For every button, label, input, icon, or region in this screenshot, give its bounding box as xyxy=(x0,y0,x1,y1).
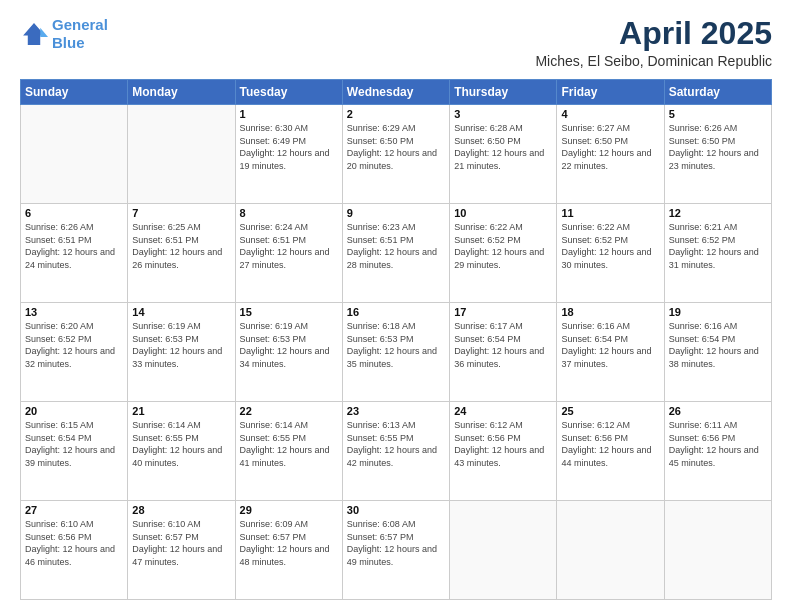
day-info: Sunrise: 6:29 AMSunset: 6:50 PMDaylight:… xyxy=(347,122,445,172)
svg-marker-1 xyxy=(40,28,48,37)
calendar-week-row: 1Sunrise: 6:30 AMSunset: 6:49 PMDaylight… xyxy=(21,105,772,204)
calendar-cell: 23Sunrise: 6:13 AMSunset: 6:55 PMDayligh… xyxy=(342,402,449,501)
calendar-cell: 15Sunrise: 6:19 AMSunset: 6:53 PMDayligh… xyxy=(235,303,342,402)
calendar-cell: 28Sunrise: 6:10 AMSunset: 6:57 PMDayligh… xyxy=(128,501,235,600)
calendar-day-header: Friday xyxy=(557,80,664,105)
calendar-cell: 17Sunrise: 6:17 AMSunset: 6:54 PMDayligh… xyxy=(450,303,557,402)
calendar-cell: 24Sunrise: 6:12 AMSunset: 6:56 PMDayligh… xyxy=(450,402,557,501)
day-number: 26 xyxy=(669,405,767,417)
calendar-day-header: Saturday xyxy=(664,80,771,105)
page: General Blue April 2025 Miches, El Seibo… xyxy=(0,0,792,612)
day-info: Sunrise: 6:18 AMSunset: 6:53 PMDaylight:… xyxy=(347,320,445,370)
day-number: 24 xyxy=(454,405,552,417)
calendar-week-row: 6Sunrise: 6:26 AMSunset: 6:51 PMDaylight… xyxy=(21,204,772,303)
calendar-cell: 5Sunrise: 6:26 AMSunset: 6:50 PMDaylight… xyxy=(664,105,771,204)
day-info: Sunrise: 6:24 AMSunset: 6:51 PMDaylight:… xyxy=(240,221,338,271)
title-block: April 2025 Miches, El Seibo, Dominican R… xyxy=(535,16,772,69)
day-number: 11 xyxy=(561,207,659,219)
calendar-cell: 18Sunrise: 6:16 AMSunset: 6:54 PMDayligh… xyxy=(557,303,664,402)
day-info: Sunrise: 6:16 AMSunset: 6:54 PMDaylight:… xyxy=(561,320,659,370)
calendar-cell: 25Sunrise: 6:12 AMSunset: 6:56 PMDayligh… xyxy=(557,402,664,501)
calendar-cell: 8Sunrise: 6:24 AMSunset: 6:51 PMDaylight… xyxy=(235,204,342,303)
logo-blue: Blue xyxy=(52,34,85,51)
calendar-cell: 22Sunrise: 6:14 AMSunset: 6:55 PMDayligh… xyxy=(235,402,342,501)
day-info: Sunrise: 6:19 AMSunset: 6:53 PMDaylight:… xyxy=(240,320,338,370)
logo-general: General xyxy=(52,16,108,33)
calendar-cell: 12Sunrise: 6:21 AMSunset: 6:52 PMDayligh… xyxy=(664,204,771,303)
calendar-day-header: Thursday xyxy=(450,80,557,105)
location: Miches, El Seibo, Dominican Republic xyxy=(535,53,772,69)
day-info: Sunrise: 6:16 AMSunset: 6:54 PMDaylight:… xyxy=(669,320,767,370)
day-number: 13 xyxy=(25,306,123,318)
day-info: Sunrise: 6:15 AMSunset: 6:54 PMDaylight:… xyxy=(25,419,123,469)
day-number: 25 xyxy=(561,405,659,417)
calendar-cell: 9Sunrise: 6:23 AMSunset: 6:51 PMDaylight… xyxy=(342,204,449,303)
day-info: Sunrise: 6:19 AMSunset: 6:53 PMDaylight:… xyxy=(132,320,230,370)
day-number: 10 xyxy=(454,207,552,219)
calendar-cell: 2Sunrise: 6:29 AMSunset: 6:50 PMDaylight… xyxy=(342,105,449,204)
day-number: 23 xyxy=(347,405,445,417)
header: General Blue April 2025 Miches, El Seibo… xyxy=(20,16,772,69)
day-info: Sunrise: 6:23 AMSunset: 6:51 PMDaylight:… xyxy=(347,221,445,271)
month-year: April 2025 xyxy=(535,16,772,51)
day-info: Sunrise: 6:30 AMSunset: 6:49 PMDaylight:… xyxy=(240,122,338,172)
calendar-cell: 26Sunrise: 6:11 AMSunset: 6:56 PMDayligh… xyxy=(664,402,771,501)
calendar-cell xyxy=(664,501,771,600)
calendar-cell: 16Sunrise: 6:18 AMSunset: 6:53 PMDayligh… xyxy=(342,303,449,402)
calendar-week-row: 20Sunrise: 6:15 AMSunset: 6:54 PMDayligh… xyxy=(21,402,772,501)
day-number: 22 xyxy=(240,405,338,417)
day-number: 7 xyxy=(132,207,230,219)
day-info: Sunrise: 6:27 AMSunset: 6:50 PMDaylight:… xyxy=(561,122,659,172)
calendar-cell: 11Sunrise: 6:22 AMSunset: 6:52 PMDayligh… xyxy=(557,204,664,303)
day-number: 20 xyxy=(25,405,123,417)
calendar-cell: 19Sunrise: 6:16 AMSunset: 6:54 PMDayligh… xyxy=(664,303,771,402)
day-info: Sunrise: 6:25 AMSunset: 6:51 PMDaylight:… xyxy=(132,221,230,271)
day-number: 14 xyxy=(132,306,230,318)
day-info: Sunrise: 6:12 AMSunset: 6:56 PMDaylight:… xyxy=(561,419,659,469)
calendar-cell: 30Sunrise: 6:08 AMSunset: 6:57 PMDayligh… xyxy=(342,501,449,600)
day-number: 17 xyxy=(454,306,552,318)
calendar-cell: 10Sunrise: 6:22 AMSunset: 6:52 PMDayligh… xyxy=(450,204,557,303)
calendar-day-header: Sunday xyxy=(21,80,128,105)
day-number: 3 xyxy=(454,108,552,120)
day-number: 6 xyxy=(25,207,123,219)
calendar-cell xyxy=(128,105,235,204)
calendar-table: SundayMondayTuesdayWednesdayThursdayFrid… xyxy=(20,79,772,600)
day-info: Sunrise: 6:09 AMSunset: 6:57 PMDaylight:… xyxy=(240,518,338,568)
calendar-day-header: Monday xyxy=(128,80,235,105)
day-info: Sunrise: 6:21 AMSunset: 6:52 PMDaylight:… xyxy=(669,221,767,271)
calendar-cell: 6Sunrise: 6:26 AMSunset: 6:51 PMDaylight… xyxy=(21,204,128,303)
calendar-week-row: 27Sunrise: 6:10 AMSunset: 6:56 PMDayligh… xyxy=(21,501,772,600)
logo: General Blue xyxy=(20,16,108,52)
day-info: Sunrise: 6:13 AMSunset: 6:55 PMDaylight:… xyxy=(347,419,445,469)
calendar-cell: 4Sunrise: 6:27 AMSunset: 6:50 PMDaylight… xyxy=(557,105,664,204)
day-number: 1 xyxy=(240,108,338,120)
day-number: 12 xyxy=(669,207,767,219)
day-number: 4 xyxy=(561,108,659,120)
day-number: 21 xyxy=(132,405,230,417)
calendar-day-header: Wednesday xyxy=(342,80,449,105)
day-number: 28 xyxy=(132,504,230,516)
day-info: Sunrise: 6:14 AMSunset: 6:55 PMDaylight:… xyxy=(240,419,338,469)
logo-text: General Blue xyxy=(52,16,108,52)
day-info: Sunrise: 6:12 AMSunset: 6:56 PMDaylight:… xyxy=(454,419,552,469)
day-number: 18 xyxy=(561,306,659,318)
day-number: 16 xyxy=(347,306,445,318)
calendar-cell: 3Sunrise: 6:28 AMSunset: 6:50 PMDaylight… xyxy=(450,105,557,204)
day-info: Sunrise: 6:20 AMSunset: 6:52 PMDaylight:… xyxy=(25,320,123,370)
calendar-day-header: Tuesday xyxy=(235,80,342,105)
day-number: 8 xyxy=(240,207,338,219)
day-info: Sunrise: 6:10 AMSunset: 6:57 PMDaylight:… xyxy=(132,518,230,568)
day-number: 5 xyxy=(669,108,767,120)
calendar-cell xyxy=(450,501,557,600)
day-info: Sunrise: 6:22 AMSunset: 6:52 PMDaylight:… xyxy=(561,221,659,271)
day-info: Sunrise: 6:11 AMSunset: 6:56 PMDaylight:… xyxy=(669,419,767,469)
calendar-cell: 21Sunrise: 6:14 AMSunset: 6:55 PMDayligh… xyxy=(128,402,235,501)
day-number: 9 xyxy=(347,207,445,219)
day-number: 30 xyxy=(347,504,445,516)
day-number: 15 xyxy=(240,306,338,318)
calendar-week-row: 13Sunrise: 6:20 AMSunset: 6:52 PMDayligh… xyxy=(21,303,772,402)
calendar-cell xyxy=(21,105,128,204)
day-number: 2 xyxy=(347,108,445,120)
day-info: Sunrise: 6:26 AMSunset: 6:51 PMDaylight:… xyxy=(25,221,123,271)
